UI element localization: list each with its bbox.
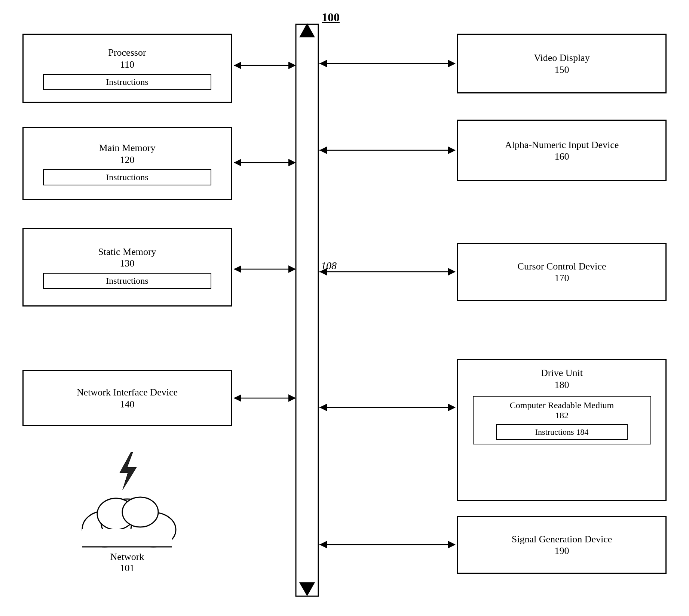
svg-marker-38 (299, 582, 315, 596)
svg-marker-13 (288, 62, 296, 69)
svg-marker-28 (448, 268, 456, 275)
network-interface-title: Network Interface Device (77, 386, 178, 399)
svg-marker-21 (319, 147, 327, 154)
svg-marker-22 (448, 147, 456, 154)
medium-title: Computer Readable Medium (510, 400, 614, 410)
static-memory-number: 130 (120, 258, 135, 269)
processor-instructions: Instructions (43, 74, 212, 90)
lightning-icon (112, 450, 142, 492)
svg-marker-27 (319, 268, 327, 275)
alpha-numeric-box: Alpha-Numeric Input Device 160 (457, 120, 667, 181)
network-number: 101 (120, 563, 135, 574)
svg-marker-19 (288, 159, 296, 166)
cloud-icon (75, 488, 180, 548)
svg-rect-6 (82, 529, 172, 547)
svg-marker-31 (288, 394, 296, 402)
main-memory-number: 120 (120, 154, 135, 166)
svg-marker-30 (234, 394, 241, 402)
alpha-numeric-number: 160 (555, 151, 569, 162)
video-display-title: Video Display (534, 52, 590, 64)
svg-marker-36 (319, 541, 327, 548)
network-interface-box: Network Interface Device 140 (22, 370, 232, 426)
signal-generation-title: Signal Generation Device (512, 533, 612, 546)
svg-point-5 (122, 497, 158, 527)
video-display-box: Video Display 150 (457, 34, 667, 93)
svg-marker-33 (319, 404, 327, 411)
alpha-numeric-title: Alpha-Numeric Input Device (505, 139, 619, 151)
main-memory-title: Main Memory (99, 142, 156, 154)
static-memory-box: Static Memory 130 Instructions (22, 228, 232, 307)
svg-text:108: 108 (321, 260, 337, 271)
video-display-number: 150 (555, 64, 569, 76)
svg-marker-37 (448, 541, 456, 548)
svg-marker-34 (448, 404, 456, 411)
drive-unit-number: 180 (555, 379, 569, 391)
svg-marker-0 (120, 452, 137, 490)
processor-title: Processor (108, 46, 146, 59)
signal-generation-number: 190 (555, 545, 569, 557)
main-memory-box: Main Memory 120 Instructions (22, 127, 232, 200)
diagram-title: 100 (322, 10, 340, 24)
svg-marker-16 (448, 60, 456, 67)
svg-marker-9 (299, 23, 315, 37)
network-interface-number: 140 (120, 399, 135, 410)
drive-unit-box: Drive Unit 180 Computer Readable Medium … (457, 359, 667, 501)
cursor-control-box: Cursor Control Device 170 (457, 243, 667, 301)
network-area: Network 101 (22, 441, 232, 583)
main-memory-instructions: Instructions (43, 169, 212, 185)
svg-marker-18 (234, 159, 241, 166)
svg-marker-15 (319, 60, 327, 67)
svg-marker-24 (234, 265, 241, 273)
processor-box: Processor 110 Instructions (22, 34, 232, 103)
svg-marker-25 (288, 265, 296, 273)
cursor-control-number: 170 (555, 272, 569, 284)
processor-number: 110 (120, 59, 134, 70)
signal-generation-box: Signal Generation Device 190 (457, 516, 667, 574)
svg-rect-8 (296, 24, 318, 596)
instructions-184: Instructions 184 (496, 424, 628, 440)
network-label: Network (110, 551, 144, 563)
cursor-control-title: Cursor Control Device (518, 260, 606, 273)
computer-readable-medium-box: Computer Readable Medium 182 Instruction… (473, 396, 651, 444)
medium-number: 182 (555, 410, 569, 421)
diagram: 100 Processor 110 Instructions Main Memo… (0, 0, 689, 616)
static-memory-title: Static Memory (98, 246, 156, 258)
svg-marker-12 (234, 62, 241, 69)
drive-unit-title: Drive Unit (541, 367, 583, 379)
static-memory-instructions: Instructions (43, 273, 212, 289)
